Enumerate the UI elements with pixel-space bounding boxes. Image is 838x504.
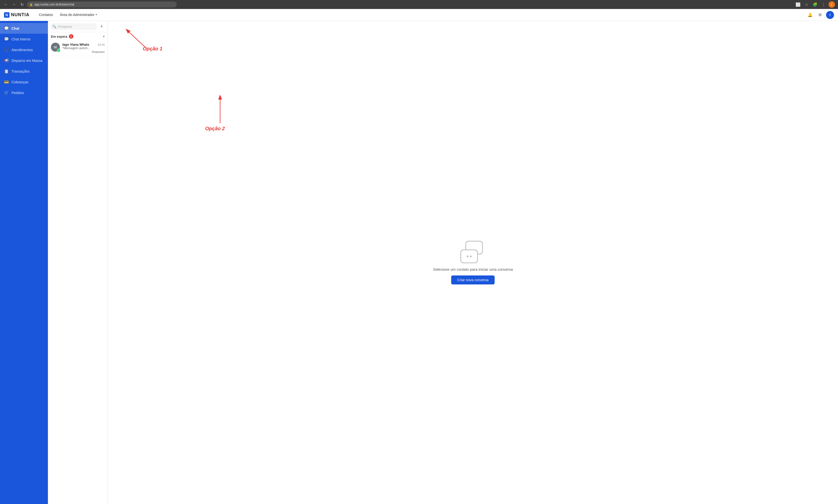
sidebar-item-cobrancas[interactable]: 💳 Cobranças bbox=[0, 77, 48, 87]
cobrancas-icon: 💳 bbox=[4, 79, 9, 84]
settings-gear-icon[interactable]: ⚙ bbox=[816, 11, 824, 19]
browser-actions: ⬜ ☆ 🧩 ⋮ I bbox=[795, 1, 835, 8]
browser-chrome: ← → ↻ 🔒 app.nuntia.com.br/tickets/chat ⬜… bbox=[0, 0, 838, 9]
sidebar-item-label: Transações bbox=[12, 69, 30, 73]
sidebar-item-label: Atendimentos bbox=[12, 48, 33, 52]
logo-icon: N bbox=[4, 12, 10, 18]
conv-avatar: IV ✓ bbox=[51, 43, 60, 52]
sidebar-item-label: Chat bbox=[12, 26, 19, 31]
whatsapp-badge: ✓ bbox=[57, 49, 60, 52]
refresh-button[interactable]: ↻ bbox=[19, 1, 25, 7]
main-content: 💬 Chat 💬 Chat interno 🎧 Atendimentos 📢 D… bbox=[0, 21, 838, 504]
lock-icon: 🔒 bbox=[30, 3, 33, 6]
address-bar[interactable]: 🔒 app.nuntia.com.br/tickets/chat bbox=[27, 1, 177, 7]
opcao1-label: Opção 1 bbox=[143, 46, 162, 52]
conversation-item-iago[interactable]: IV ✓ Iago Viana Whats 23:44 *Mensagem au… bbox=[48, 40, 108, 56]
sidebar-item-chat-interno[interactable]: 💬 Chat interno bbox=[0, 34, 48, 44]
back-button[interactable]: ← bbox=[3, 1, 9, 7]
create-conversation-button[interactable]: Criar nova conversa bbox=[451, 275, 494, 285]
empty-state: Selecione um contato para iniciar uma co… bbox=[433, 241, 513, 285]
atendimentos-icon: 🎧 bbox=[4, 48, 9, 52]
search-bar: 🔍 + bbox=[48, 21, 108, 32]
sidebar-item-atendimentos[interactable]: 🎧 Atendimentos bbox=[0, 44, 48, 55]
browser-profile[interactable]: I bbox=[828, 1, 835, 8]
transacoes-icon: 📋 bbox=[4, 69, 9, 74]
conv-name: Iago Viana Whats bbox=[63, 43, 89, 47]
logo-text: NUNTIA bbox=[11, 12, 30, 17]
conv-message: *Mensagem autom... bbox=[63, 47, 105, 50]
notification-bell-icon[interactable]: 🔔 bbox=[806, 11, 814, 19]
sidebar-item-chat[interactable]: 💬 Chat bbox=[0, 23, 48, 34]
nav-contatos[interactable]: Contatos bbox=[35, 9, 56, 21]
search-input-wrap: 🔍 bbox=[50, 23, 96, 30]
sidebar-item-label: Disparos em Massa bbox=[12, 59, 42, 62]
chat-dot-2 bbox=[470, 255, 472, 257]
sidebar-item-label: Chat interno bbox=[12, 37, 31, 41]
app-wrapper: N NUNTIA Contatos Área do Administrador … bbox=[0, 9, 838, 504]
forward-button[interactable]: → bbox=[11, 1, 17, 7]
chat-panel: 🔍 + Em espera 1 ▾ IV ✓ Iago Viana Whats … bbox=[48, 21, 108, 504]
top-nav-links: Contatos Área do Administrador ▾ bbox=[35, 9, 101, 21]
sidebar-item-label: Cobranças bbox=[12, 80, 29, 84]
chat-interno-icon: 💬 bbox=[4, 37, 9, 41]
top-nav: N NUNTIA Contatos Área do Administrador … bbox=[0, 9, 838, 21]
section-toggle[interactable]: ▾ bbox=[103, 35, 105, 38]
cast-icon[interactable]: ⬜ bbox=[795, 1, 802, 8]
conversations-list: IV ✓ Iago Viana Whats 23:44 *Mensagem au… bbox=[48, 40, 108, 56]
sidebar-item-transacoes[interactable]: 📋 Transações bbox=[0, 66, 48, 77]
sidebar-item-pedidos[interactable]: 🛒 Pedidos bbox=[0, 87, 48, 98]
pedidos-icon: 🛒 bbox=[4, 90, 9, 95]
chat-dot-1 bbox=[467, 255, 468, 257]
section-em-espera: Em espera 1 ▾ bbox=[48, 32, 108, 40]
chat-bubble-front bbox=[460, 250, 478, 263]
main-area: Selecione um contato para iniciar uma co… bbox=[108, 21, 838, 504]
chat-illustration bbox=[460, 241, 485, 263]
conv-info: Iago Viana Whats 23:44 *Mensagem autom..… bbox=[63, 43, 105, 53]
sidebar-item-label: Pedidos bbox=[12, 91, 24, 95]
sidebar-item-disparos-em-massa[interactable]: 📢 Disparos em Massa bbox=[0, 55, 48, 66]
disparos-em-massa-icon: 📢 bbox=[4, 58, 9, 63]
bookmark-icon[interactable]: ☆ bbox=[803, 1, 810, 8]
add-conversation-button[interactable]: + bbox=[98, 23, 105, 30]
sidebar: 💬 Chat 💬 Chat interno 🎧 Atendimentos 📢 D… bbox=[0, 21, 48, 504]
user-avatar[interactable]: I bbox=[826, 11, 834, 19]
search-input[interactable] bbox=[58, 25, 94, 29]
opcao2-label: Opção 2 bbox=[205, 126, 225, 131]
top-nav-actions: 🔔 ⚙ I bbox=[806, 11, 834, 19]
chat-icon: 💬 bbox=[4, 26, 9, 31]
logo: N NUNTIA bbox=[4, 12, 30, 18]
url-text: app.nuntia.com.br/tickets/chat bbox=[34, 3, 74, 6]
conv-tag: Financeiro bbox=[63, 50, 105, 53]
empty-state-text: Selecione um contato para iniciar uma co… bbox=[433, 267, 513, 271]
conv-time: 23:44 bbox=[97, 43, 105, 46]
chevron-down-icon: ▾ bbox=[95, 13, 97, 16]
section-label: Em espera bbox=[51, 35, 67, 38]
extensions-icon[interactable]: 🧩 bbox=[812, 1, 819, 8]
nav-area-administrador[interactable]: Área do Administrador ▾ bbox=[56, 9, 101, 21]
search-icon: 🔍 bbox=[52, 25, 56, 29]
chrome-menu[interactable]: ⋮ bbox=[820, 1, 827, 8]
svg-line-2 bbox=[126, 30, 146, 49]
waiting-badge: 1 bbox=[69, 34, 73, 39]
